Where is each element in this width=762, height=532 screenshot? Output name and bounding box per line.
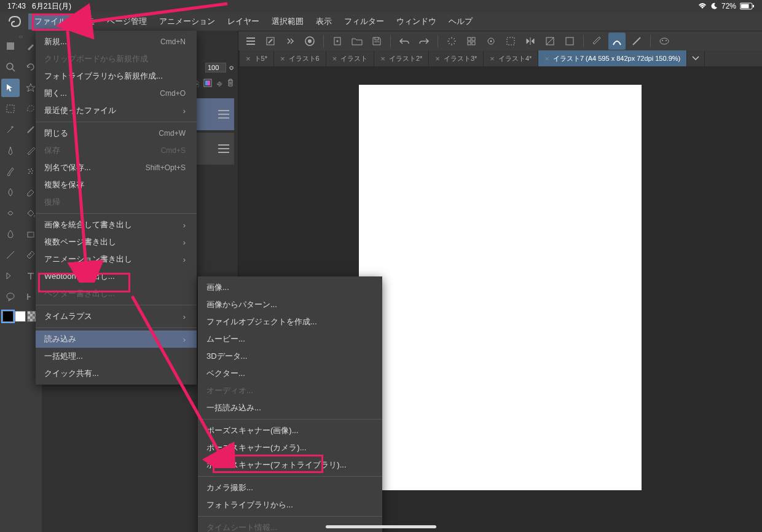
close-tab-icon[interactable]: × xyxy=(435,54,440,63)
close-tab-icon[interactable]: × xyxy=(490,54,495,63)
menu-item[interactable]: 一括処理... xyxy=(36,348,197,365)
undo-icon[interactable] xyxy=(396,33,413,50)
tool-line2[interactable] xyxy=(1,246,20,264)
menu-item[interactable]: アニメーション書き出し› xyxy=(36,251,197,268)
curve-icon[interactable] xyxy=(608,33,626,50)
line-icon[interactable] xyxy=(628,33,645,50)
close-tab-icon[interactable]: × xyxy=(544,54,549,63)
assist-icon[interactable] xyxy=(656,33,673,50)
menu-item[interactable]: 読み込み› xyxy=(36,331,197,348)
menu-animation[interactable]: アニメーション xyxy=(153,14,221,29)
layer-mask-icon[interactable] xyxy=(203,79,212,88)
tool-deco[interactable] xyxy=(1,183,20,201)
menu-item[interactable]: ポーズスキャナー(フォトライブラリ)... xyxy=(198,456,382,474)
save-icon[interactable] xyxy=(368,33,385,50)
menu-item[interactable]: 3Dデータ... xyxy=(198,348,382,365)
menu-selection[interactable]: 選択範囲 xyxy=(265,14,310,29)
menu-item[interactable]: 一括読み込み... xyxy=(198,399,382,417)
gradient-icon[interactable] xyxy=(541,33,559,50)
layer-opacity-field[interactable]: ≎ xyxy=(205,63,234,72)
close-tab-icon[interactable]: × xyxy=(280,54,285,63)
edit-canvas-icon[interactable] xyxy=(262,33,279,50)
tool-gradient[interactable] xyxy=(1,225,20,243)
tool-balloon[interactable] xyxy=(1,288,20,306)
opacity-stepper-icon[interactable]: ≎ xyxy=(229,64,234,72)
menu-item[interactable]: 新規...Cmd+N xyxy=(36,33,197,50)
tabs-overflow-icon[interactable] xyxy=(687,50,705,66)
menu-item[interactable]: 複製を保存 xyxy=(36,176,197,194)
menu-file[interactable]: ファイル xyxy=(28,14,73,29)
menu-item[interactable]: 閉じるCmd+W xyxy=(36,125,197,142)
tool-blend[interactable] xyxy=(1,204,20,222)
canvas[interactable] xyxy=(359,85,642,490)
tool-subview[interactable] xyxy=(1,37,20,55)
layer-trash-icon[interactable] xyxy=(227,79,234,88)
dropper-icon[interactable] xyxy=(561,33,578,50)
menu-item[interactable]: タイムラプス› xyxy=(36,308,197,325)
menu-item[interactable]: クイック共有... xyxy=(36,365,197,382)
open-folder-icon[interactable] xyxy=(348,33,366,50)
menu-item[interactable]: ファイルオブジェクトを作成... xyxy=(198,313,382,331)
menu-edit[interactable]: 編集 xyxy=(73,14,101,29)
doc-tab[interactable]: ×イラスト3* xyxy=(429,50,484,66)
svg-rect-29 xyxy=(7,105,14,112)
hamburger-icon[interactable] xyxy=(242,33,259,50)
menu-item[interactable]: ベクター... xyxy=(198,365,382,382)
menu-item[interactable]: 画像を統合して書き出し› xyxy=(36,216,197,233)
tool-brush[interactable] xyxy=(1,162,20,181)
doc-tab[interactable]: ×イラスト6 xyxy=(274,50,326,66)
grid-icon[interactable] xyxy=(463,33,480,50)
flip-icon[interactable] xyxy=(522,33,539,50)
tool-marquee[interactable] xyxy=(1,100,20,118)
submenu-arrow-icon: › xyxy=(183,106,186,115)
tool-move[interactable] xyxy=(1,79,20,97)
tool-pen2[interactable] xyxy=(1,141,20,160)
close-tab-icon[interactable]: × xyxy=(246,54,251,63)
menu-item[interactable]: 別名で保存...Shift+Opt+S xyxy=(36,159,197,176)
doc-tab[interactable]: ×ト5* xyxy=(240,50,274,66)
layer-link-icon[interactable]: ⎆ xyxy=(217,79,222,88)
menu-item[interactable]: 画像... xyxy=(198,279,382,296)
menu-item[interactable]: フォトライブラリから新規作成... xyxy=(36,68,197,85)
doc-tab[interactable]: ×イラスト xyxy=(326,50,375,66)
menu-item[interactable]: ポーズスキャナー(カメラ)... xyxy=(198,439,382,456)
tool-zoom[interactable] xyxy=(1,58,20,76)
opacity-input[interactable] xyxy=(205,63,226,72)
close-tab-icon[interactable]: × xyxy=(332,54,337,63)
doc-tab[interactable]: ×イラスト7 (A4 595 x 842px 72dpi 150.9%) xyxy=(538,50,687,66)
spinner-icon[interactable] xyxy=(443,33,460,50)
color-circle-icon[interactable] xyxy=(301,33,318,50)
menu-item[interactable]: 開く...Cmd+O xyxy=(36,85,197,102)
chevrons-icon[interactable] xyxy=(281,33,299,50)
doc-tab[interactable]: ×イラスト2* xyxy=(374,50,429,66)
new-doc-icon[interactable] xyxy=(329,33,346,50)
crop-icon[interactable] xyxy=(502,33,519,50)
menu-item[interactable]: ポーズスキャナー(画像)... xyxy=(198,422,382,439)
drag-handle-icon[interactable] xyxy=(218,110,229,119)
menu-page[interactable]: ページ管理 xyxy=(101,14,153,29)
menu-item[interactable]: 最近使ったファイル› xyxy=(36,102,197,119)
menu-help[interactable]: ヘルプ xyxy=(442,14,479,29)
menu-item[interactable]: Webtoon書き出し... xyxy=(36,268,197,285)
menu-item[interactable]: 複数ページ書き出し› xyxy=(36,233,197,251)
redo-icon[interactable] xyxy=(415,33,433,50)
menu-item[interactable]: 画像からパターン... xyxy=(198,296,382,313)
background-color[interactable] xyxy=(15,311,26,322)
drag-handle-icon[interactable] xyxy=(218,144,229,153)
snap-icon[interactable] xyxy=(482,33,500,50)
tool-wand[interactable] xyxy=(1,120,20,139)
menu-item[interactable]: ムービー... xyxy=(198,331,382,348)
menu-filter[interactable]: フィルター xyxy=(338,14,390,29)
app-logo-icon[interactable] xyxy=(5,14,25,29)
pen-icon[interactable] xyxy=(589,33,606,50)
menu-view[interactable]: 表示 xyxy=(310,14,338,29)
color-swatches[interactable] xyxy=(1,310,41,323)
close-tab-icon[interactable]: × xyxy=(380,54,385,63)
menu-item[interactable]: フォトライブラリから... xyxy=(198,496,382,514)
menu-item[interactable]: カメラ撮影... xyxy=(198,479,382,496)
foreground-color[interactable] xyxy=(2,311,14,322)
tool-frame[interactable] xyxy=(1,267,20,285)
menu-window[interactable]: ウィンドウ xyxy=(390,14,442,29)
doc-tab[interactable]: ×イラスト4* xyxy=(484,50,538,66)
menu-layer[interactable]: レイヤー xyxy=(221,14,265,29)
